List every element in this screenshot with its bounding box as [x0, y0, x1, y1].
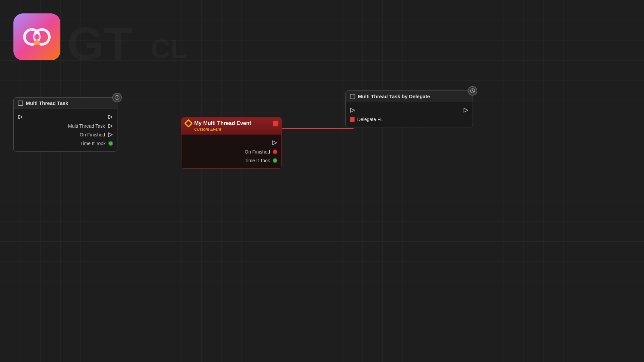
exec-out-pin[interactable] [108, 114, 113, 120]
node-custom-event-subtitle: Custom Event [194, 127, 221, 132]
delegate-header-icon [350, 94, 355, 99]
clock-icon-2 [468, 86, 477, 96]
event-pin-row-on-finished: On Finished [181, 147, 281, 156]
node-custom-event-body: On Finished Time It Took [181, 135, 281, 168]
pin-on-finished-connector[interactable] [108, 132, 113, 137]
node-multi-thread-task-header: Multi Thread Task [14, 98, 117, 109]
node-delegate-header: Multi Thread Task by Delegate [346, 91, 473, 102]
bg-decoration-1: GT [67, 17, 132, 71]
node-delegate-task[interactable]: Multi Thread Task by Delegate Delegate F… [345, 90, 473, 127]
node-custom-event-header: My Multi Thread Event Custom Event [181, 118, 281, 135]
pin-time-it-took-connector[interactable] [108, 141, 113, 146]
pin-multi-thread-task-connector[interactable] [108, 123, 113, 129]
delegate-pin-fl-connector[interactable] [350, 117, 355, 122]
delegate-exec-pins-row [346, 106, 473, 115]
event-pin-on-finished-connector[interactable] [273, 149, 277, 154]
svg-marker-8 [108, 124, 112, 128]
node-delegate-title: Multi Thread Task by Delegate [358, 94, 430, 99]
clock-icon-1 [112, 93, 122, 102]
svg-marker-12 [351, 108, 355, 112]
node-custom-event-title: My Multi Thread Event [194, 120, 251, 126]
delegate-exec-out-pin[interactable] [463, 108, 469, 113]
event-exec-row [181, 138, 281, 147]
svg-point-3 [34, 40, 40, 46]
delegate-exec-in-pin[interactable] [350, 108, 355, 113]
exec-pins-row [14, 112, 117, 122]
event-pin-time-it-took-connector[interactable] [273, 158, 277, 163]
svg-marker-7 [108, 115, 112, 119]
event-exec-out-pin[interactable] [272, 140, 277, 145]
pin-time-it-took-label: Time It Took [18, 141, 106, 146]
event-stop-button[interactable] [273, 121, 278, 126]
node-header-icon [18, 101, 23, 106]
pin-multi-thread-task-label: Multi Thread Task [18, 123, 105, 129]
delegate-pin-row-delegate-fl: Delegate FL [346, 115, 473, 124]
event-pin-time-it-took-label: Time It Took [185, 158, 270, 163]
node-custom-event[interactable]: My Multi Thread Event Custom Event On Fi… [181, 117, 282, 169]
pin-row-on-finished: On Finished [14, 130, 117, 139]
node-delegate-body: Delegate FL [346, 102, 473, 127]
node-multi-thread-task-title: Multi Thread Task [26, 100, 68, 106]
pin-row-time-it-took: Time It Took [14, 139, 117, 148]
svg-marker-10 [273, 141, 277, 145]
event-pin-on-finished-label: On Finished [185, 149, 270, 155]
app-icon [13, 13, 60, 60]
svg-marker-13 [464, 108, 468, 112]
svg-marker-9 [108, 133, 112, 137]
connection-lines [0, 0, 644, 362]
event-pin-row-time-it-took: Time It Took [181, 156, 281, 165]
node-multi-thread-task[interactable]: Multi Thread Task Multi Thread Task [13, 97, 117, 152]
bg-decoration-2: CL [151, 34, 187, 64]
event-header-row: My Multi Thread Event [185, 120, 277, 126]
svg-marker-6 [18, 115, 22, 119]
pin-row-multi-thread-task: Multi Thread Task [14, 122, 117, 130]
node-multi-thread-task-body: Multi Thread Task On Finished Time It To… [14, 109, 117, 151]
pin-on-finished-label: On Finished [18, 132, 105, 137]
delegate-pin-fl-label: Delegate FL [357, 117, 469, 122]
svg-point-2 [34, 34, 40, 40]
exec-in-pin[interactable] [18, 114, 23, 120]
event-diamond-icon [184, 119, 193, 127]
